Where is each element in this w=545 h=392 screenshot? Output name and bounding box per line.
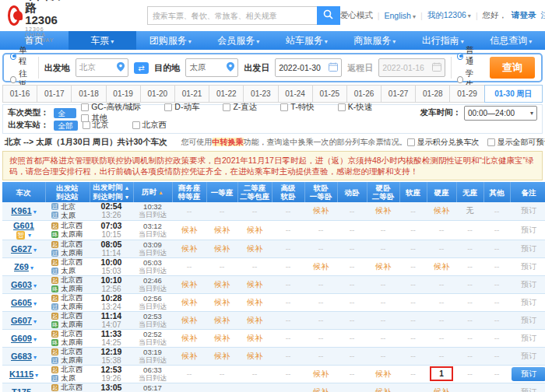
depart-date-input[interactable] bbox=[279, 63, 329, 72]
search-input[interactable] bbox=[147, 6, 317, 25]
calendar-icon[interactable] bbox=[329, 62, 338, 73]
date-tab-01-26[interactable]: 01-26 bbox=[346, 85, 382, 103]
hard-seat-value[interactable]: 候补 bbox=[434, 262, 449, 271]
login-link[interactable]: 请登录 bbox=[512, 10, 536, 21]
sort-asc-icon[interactable]: ▲ bbox=[123, 185, 130, 191]
date-tab-01-22[interactable]: 01-22 bbox=[209, 85, 244, 103]
chevron-down-icon[interactable]: ▾ bbox=[33, 354, 37, 361]
business-seat-value[interactable]: 候补 bbox=[181, 226, 197, 234]
second-class-seat-value[interactable]: 候补 bbox=[247, 352, 262, 360]
train-type-option-1[interactable]: D-动车 bbox=[164, 102, 199, 113]
chevron-down-icon[interactable]: ▾ bbox=[33, 390, 36, 392]
second-class-seat-value[interactable]: 候补 bbox=[247, 298, 262, 306]
soft-sleeper-value[interactable]: 候补 bbox=[313, 387, 329, 392]
chevron-down-icon[interactable]: ▾ bbox=[33, 208, 37, 215]
sort-asc-icon[interactable]: ▲ bbox=[156, 190, 164, 195]
chevron-down-icon[interactable]: ▾ bbox=[35, 372, 38, 379]
depart-station-option-0[interactable]: 北京 bbox=[83, 120, 109, 131]
nav-item-group-services[interactable]: 团购服务▾ bbox=[136, 31, 205, 50]
nav-item-tickets[interactable]: 车票▾ bbox=[69, 31, 137, 50]
nav-item-member-services[interactable]: 会员服务▾ bbox=[205, 31, 273, 50]
date-tab-01-20[interactable]: 01-20 bbox=[140, 85, 175, 103]
column-header[interactable]: 硬座 bbox=[427, 182, 456, 202]
soft-sleeper-value[interactable]: 候补 bbox=[313, 262, 329, 271]
date-tab-01-21[interactable]: 01-21 bbox=[174, 85, 209, 103]
query-button[interactable]: 查询 bbox=[490, 57, 535, 79]
business-seat-value[interactable]: 候补 bbox=[181, 334, 197, 342]
first-class-seat-value[interactable]: 候补 bbox=[214, 226, 230, 234]
train-link[interactable]: K1115 bbox=[9, 369, 33, 379]
date-tab-01-19[interactable]: 01-19 bbox=[106, 85, 141, 103]
my-12306-link[interactable]: 我的12306▾ bbox=[427, 10, 471, 21]
chevron-down-icon[interactable]: ▾ bbox=[30, 264, 33, 271]
train-type-option-0[interactable]: GC-高铁/城际 bbox=[81, 102, 141, 113]
train-link[interactable]: G627 bbox=[11, 244, 32, 254]
date-tab-01-27[interactable]: 01-27 bbox=[381, 85, 416, 103]
column-header[interactable]: 历时 ▲ bbox=[133, 182, 172, 202]
swap-icon[interactable]: ⇄ bbox=[134, 62, 149, 74]
first-class-seat-value[interactable]: 候补 bbox=[214, 280, 230, 289]
transfer-link[interactable]: 中转换乘 bbox=[213, 138, 244, 146]
first-class-seat-value[interactable]: 候补 bbox=[214, 352, 230, 360]
train-link[interactable]: T175 bbox=[12, 387, 31, 392]
location-pin-icon[interactable] bbox=[117, 62, 125, 73]
train-link[interactable]: G603 bbox=[11, 280, 32, 289]
book-button[interactable]: 预订 bbox=[512, 367, 545, 381]
train-link[interactable]: K961 bbox=[11, 206, 31, 215]
chevron-down-icon[interactable]: ▾ bbox=[33, 318, 37, 325]
date-tab-01-28[interactable]: 01-28 bbox=[415, 85, 450, 103]
column-header[interactable]: 商务座特等座 bbox=[172, 182, 206, 202]
first-class-seat-value[interactable]: 候补 bbox=[214, 244, 230, 253]
first-class-seat-value[interactable]: 候补 bbox=[214, 334, 230, 342]
date-tab-01-17[interactable]: 01-17 bbox=[37, 85, 72, 103]
second-class-seat-value[interactable]: 候补 bbox=[247, 226, 262, 234]
hard-sleeper-value[interactable]: 候补 bbox=[375, 369, 391, 378]
column-header[interactable]: 出发时间 ▲到达时间 ▼ bbox=[90, 182, 133, 202]
soft-sleeper-value[interactable]: 候补 bbox=[313, 206, 329, 215]
train-link[interactable]: G607 bbox=[11, 316, 32, 325]
column-header[interactable]: 软卧一等卧 bbox=[304, 182, 337, 202]
normal-radio[interactable]: 普通 bbox=[457, 45, 480, 67]
train-link[interactable]: G683 bbox=[11, 352, 32, 361]
hard-seat-value[interactable]: 1 bbox=[439, 369, 444, 378]
date-tab-01-29[interactable]: 01-29 bbox=[449, 85, 484, 103]
to-input[interactable] bbox=[189, 63, 227, 72]
hard-seat-value[interactable]: 候补 bbox=[434, 387, 449, 392]
business-seat-value[interactable]: 候补 bbox=[181, 244, 197, 253]
business-seat-value[interactable]: 候补 bbox=[181, 316, 197, 324]
train-type-option-2[interactable]: Z-直达 bbox=[223, 102, 257, 113]
date-tab-01-23[interactable]: 01-23 bbox=[243, 85, 278, 103]
column-header[interactable]: 一等座 bbox=[206, 182, 237, 202]
column-header[interactable]: 硬卧二等卧 bbox=[367, 182, 399, 202]
date-tab-01-18[interactable]: 01-18 bbox=[71, 85, 106, 103]
train-link[interactable]: G601 bbox=[13, 221, 34, 230]
column-header[interactable]: 无座 bbox=[456, 182, 483, 202]
sort-desc-icon[interactable]: ▼ bbox=[123, 194, 130, 200]
hard-sleeper-value[interactable]: 候补 bbox=[375, 262, 391, 271]
business-seat-value[interactable]: 候补 bbox=[181, 352, 197, 360]
train-type-all-badge[interactable]: 全部 bbox=[54, 108, 77, 118]
column-header[interactable]: 备注 bbox=[510, 182, 545, 202]
column-header[interactable]: 车次 bbox=[2, 182, 45, 202]
train-link[interactable]: Z69 bbox=[14, 262, 29, 271]
english-link[interactable]: English▾ bbox=[384, 11, 415, 20]
business-seat-value[interactable]: 候补 bbox=[181, 280, 197, 289]
location-pin-icon[interactable] bbox=[227, 62, 234, 73]
register-link[interactable]: 注册 bbox=[541, 10, 545, 21]
column-header[interactable]: 二等座二等包座 bbox=[237, 182, 272, 202]
chevron-down-icon[interactable]: ▾ bbox=[33, 247, 37, 254]
second-class-seat-value[interactable]: 候补 bbox=[247, 316, 262, 324]
date-tab-01-25[interactable]: 01-25 bbox=[312, 85, 347, 103]
business-seat-value[interactable]: 候补 bbox=[181, 298, 197, 306]
nav-item-info-query[interactable]: 信息查询▾ bbox=[477, 31, 545, 50]
care-mode-link[interactable]: 爱心模式 bbox=[340, 10, 373, 21]
chevron-down-icon[interactable]: ▾ bbox=[33, 300, 37, 307]
from-input[interactable] bbox=[79, 63, 117, 72]
column-header[interactable]: 高级软卧 bbox=[272, 182, 304, 202]
first-class-seat-value[interactable]: 候补 bbox=[214, 316, 230, 324]
date-tab-01-30[interactable]: 01-30 周日 bbox=[484, 85, 543, 103]
second-class-seat-value[interactable]: 候补 bbox=[247, 244, 262, 253]
train-type-option-4[interactable]: K-快速 bbox=[338, 102, 373, 113]
second-class-seat-value[interactable]: 候补 bbox=[247, 334, 262, 342]
chevron-down-icon[interactable]: ▾ bbox=[33, 336, 37, 343]
